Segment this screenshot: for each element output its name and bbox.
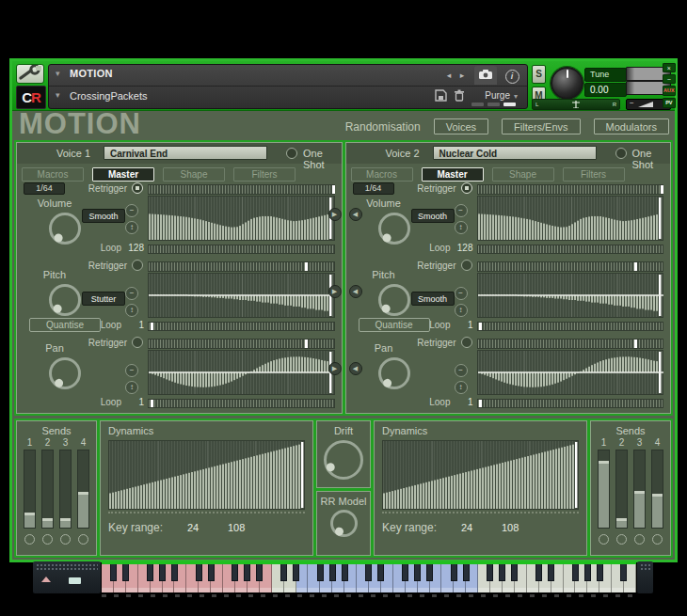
mod-waveform-display[interactable]	[148, 196, 335, 241]
key-range-high[interactable]: 108	[502, 522, 519, 533]
loop-ruler[interactable]	[148, 245, 335, 254]
rate-button[interactable]: 1/64	[353, 182, 394, 195]
chevron-down-icon[interactable]: ▾	[56, 90, 60, 100]
loop-value[interactable]: 1	[123, 397, 144, 407]
mode-button[interactable]: Smooth	[411, 292, 455, 306]
step-ruler[interactable]	[477, 339, 664, 349]
copy-to-voice2-button[interactable]: ▶	[328, 208, 342, 221]
library-logo[interactable]: CR	[16, 86, 46, 109]
aux-button[interactable]: AUX	[663, 86, 676, 96]
piano-key-black[interactable]	[329, 564, 336, 581]
loop-ruler[interactable]	[477, 245, 664, 254]
invert-button[interactable]: −	[125, 204, 138, 217]
prev-instrument-button[interactable]: ◂	[442, 68, 455, 82]
tune-knob[interactable]	[551, 67, 583, 100]
snapshot-camera-button[interactable]	[474, 66, 497, 85]
tune-value[interactable]: 0.00	[584, 83, 627, 97]
flip-vertical-button[interactable]: ↕	[455, 304, 468, 317]
wrench-button[interactable]	[16, 64, 44, 84]
piano-key-black[interactable]	[159, 564, 166, 581]
send-enable-button[interactable]	[60, 534, 71, 545]
piano-key-black[interactable]	[414, 564, 421, 581]
mod-knob[interactable]	[49, 284, 81, 316]
chevron-down-icon[interactable]: ▾	[56, 69, 60, 78]
mode-button[interactable]: Stutter	[82, 292, 125, 306]
send-enable-button[interactable]	[24, 534, 35, 545]
piano-key-black[interactable]	[256, 564, 263, 581]
piano-key-black[interactable]	[426, 564, 433, 581]
piano-key-black[interactable]	[511, 564, 518, 581]
piano-key-black[interactable]	[342, 564, 348, 581]
dynamics-display[interactable]	[382, 440, 579, 510]
info-button[interactable]: i	[501, 66, 523, 85]
randomise-voices-button[interactable]: Voices	[434, 118, 488, 134]
voice-preset-select[interactable]: Carnival End	[104, 146, 267, 160]
randomise-filters-envs-button[interactable]: Filters/Envs	[502, 118, 580, 134]
send-enable-button[interactable]	[42, 534, 53, 545]
copy-to-voice2-button[interactable]: ▶	[328, 362, 342, 375]
loop-ruler[interactable]	[148, 399, 335, 408]
flip-vertical-button[interactable]: ↕	[125, 381, 138, 394]
mod-waveform-display[interactable]	[148, 350, 335, 395]
piano-key-black[interactable]	[597, 564, 603, 581]
piano-key-black[interactable]	[122, 564, 129, 581]
purge-menu[interactable]: Purge▾	[485, 90, 518, 101]
tab-macros[interactable]: Macros	[22, 167, 84, 182]
flip-vertical-button[interactable]: ↕	[455, 381, 468, 394]
piano-key-black[interactable]	[171, 564, 178, 581]
mode-button[interactable]: Smooth	[411, 209, 455, 223]
piano-key-black[interactable]	[293, 564, 299, 581]
close-button[interactable]: ×	[663, 63, 676, 72]
tab-master[interactable]: Master	[92, 167, 154, 182]
piano-key-black[interactable]	[244, 564, 250, 581]
loop-value[interactable]: 1	[453, 320, 473, 330]
loop-ruler[interactable]	[148, 322, 335, 331]
tab-macros[interactable]: Macros	[351, 167, 413, 182]
piano-key-black[interactable]	[463, 564, 470, 581]
flip-vertical-button[interactable]: ↕	[455, 221, 468, 234]
step-ruler[interactable]	[477, 184, 664, 195]
send-enable-button[interactable]	[652, 534, 663, 545]
tab-shape[interactable]: Shape	[492, 167, 554, 182]
piano-key-black[interactable]	[535, 564, 542, 581]
send-enable-button[interactable]	[634, 534, 645, 545]
tab-shape[interactable]: Shape	[163, 167, 225, 182]
piano-key-black[interactable]	[572, 564, 579, 581]
send-enable-button[interactable]	[78, 534, 88, 545]
invert-button[interactable]: −	[125, 364, 138, 377]
send-slider[interactable]	[615, 450, 628, 529]
piano-key-black[interactable]	[487, 564, 493, 581]
loop-ruler[interactable]	[477, 322, 664, 331]
copy-to-voice1-button[interactable]: ◀	[349, 208, 362, 221]
minimize-button[interactable]: −	[663, 74, 676, 84]
retrigger-toggle[interactable]	[461, 337, 472, 348]
send-slider[interactable]	[651, 450, 663, 529]
save-button[interactable]	[433, 89, 448, 104]
pv-button[interactable]: PV	[663, 98, 676, 108]
mod-waveform-display[interactable]	[477, 273, 664, 318]
send-slider[interactable]	[41, 450, 54, 529]
piano-key-black[interactable]	[110, 564, 117, 581]
mod-knob[interactable]	[378, 284, 410, 316]
piano-key-black[interactable]	[377, 564, 384, 581]
send-slider[interactable]	[24, 450, 36, 529]
copy-to-voice1-button[interactable]: ◀	[349, 362, 362, 375]
piano-key-black[interactable]	[402, 564, 408, 581]
tab-master[interactable]: Master	[422, 167, 484, 182]
step-ruler[interactable]	[148, 184, 335, 195]
mod-knob[interactable]	[378, 213, 410, 245]
keyboard-right-widget[interactable]	[637, 561, 653, 593]
delete-button[interactable]	[452, 89, 467, 104]
randomise-modulators-button[interactable]: Modulators	[594, 118, 669, 134]
flip-vertical-button[interactable]: ↕	[125, 221, 138, 234]
piano-key-black[interactable]	[317, 564, 324, 581]
invert-button[interactable]: −	[455, 287, 468, 300]
send-slider[interactable]	[633, 450, 646, 529]
piano-key-black[interactable]	[147, 564, 153, 581]
piano-key-black[interactable]	[232, 564, 238, 581]
rate-button[interactable]: 1/64	[24, 182, 65, 195]
invert-button[interactable]: −	[455, 204, 468, 217]
retrigger-toggle[interactable]	[132, 182, 143, 194]
mod-knob[interactable]	[49, 213, 81, 245]
piano-key-black[interactable]	[365, 564, 372, 581]
